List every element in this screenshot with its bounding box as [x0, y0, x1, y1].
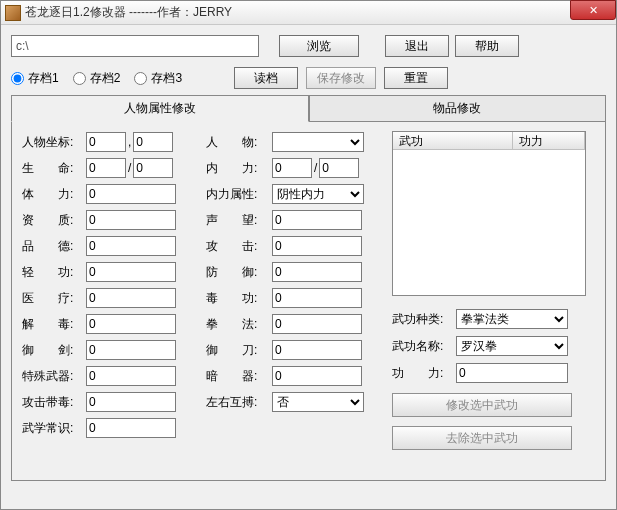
- nlattr-select[interactable]: 阴性内力: [272, 184, 364, 204]
- aptitude-input[interactable]: [86, 210, 176, 230]
- special-input[interactable]: [86, 366, 176, 386]
- save-mod-button[interactable]: 保存修改: [306, 67, 376, 89]
- neili-cur-input[interactable]: [272, 158, 312, 178]
- slot1-label: 存档1: [28, 70, 59, 87]
- special-label: 特殊武器:: [22, 368, 86, 385]
- fist-input[interactable]: [272, 314, 362, 334]
- neili-label: 内 力:: [206, 160, 272, 177]
- neili-max-input[interactable]: [319, 158, 359, 178]
- path-input[interactable]: [11, 35, 259, 57]
- poisonatk-label: 攻击带毒:: [22, 394, 86, 411]
- tab-panel-character: 人物坐标: , 生 命: / 体 力: 资 质:: [11, 121, 606, 481]
- neili-slash: /: [314, 161, 317, 175]
- repute-label: 声 望:: [206, 212, 272, 229]
- poison-input[interactable]: [272, 288, 362, 308]
- reset-button[interactable]: 重置: [384, 67, 448, 89]
- blade-label: 御 刀:: [206, 342, 272, 359]
- aptitude-label: 资 质:: [22, 212, 86, 229]
- coord-x-input[interactable]: [86, 132, 126, 152]
- lightfoot-label: 轻 功:: [22, 264, 86, 281]
- repute-input[interactable]: [272, 210, 362, 230]
- defense-label: 防 御:: [206, 264, 272, 281]
- detox-input[interactable]: [86, 314, 176, 334]
- window-title: 苍龙逐日1.2修改器 -------作者：JERRY: [25, 4, 232, 21]
- coord-sep: ,: [128, 135, 131, 149]
- poisonatk-input[interactable]: [86, 392, 176, 412]
- power-label: 功 力:: [392, 365, 456, 382]
- medical-label: 医 疗:: [22, 290, 86, 307]
- slot2-label: 存档2: [90, 70, 121, 87]
- coord-y-input[interactable]: [133, 132, 173, 152]
- blade-input[interactable]: [272, 340, 362, 360]
- left-column: 人物坐标: , 生 命: / 体 力: 资 质:: [22, 131, 200, 474]
- attack-label: 攻 击:: [206, 238, 272, 255]
- fist-label: 拳 法:: [206, 316, 272, 333]
- nlattr-label: 内力属性:: [206, 186, 272, 203]
- person-label: 人 物:: [206, 134, 272, 151]
- kind-label: 武功种类:: [392, 311, 456, 328]
- medical-input[interactable]: [86, 288, 176, 308]
- knowledge-label: 武学常识:: [22, 420, 86, 437]
- namesel-label: 武功名称:: [392, 338, 456, 355]
- tab-strip: 人物属性修改 物品修改: [11, 95, 606, 122]
- virtue-label: 品 德:: [22, 238, 86, 255]
- defense-input[interactable]: [272, 262, 362, 282]
- right-column: 武功 功力 武功种类: 拳掌法类 武功名称: 罗汉拳: [392, 131, 599, 474]
- window-body: 浏览 退出 帮助 存档1 存档2 存档3 读档 保存修改 重置 人物属: [1, 25, 616, 485]
- life-label: 生 命:: [22, 160, 86, 177]
- app-window: 苍龙逐日1.2修改器 -------作者：JERRY ✕ 浏览 退出 帮助 存档…: [0, 0, 617, 510]
- exit-button[interactable]: 退出: [385, 35, 449, 57]
- life-slash: /: [128, 161, 131, 175]
- stamina-label: 体 力:: [22, 186, 86, 203]
- skill-listview[interactable]: 武功 功力: [392, 131, 586, 296]
- poison-label: 毒 功:: [206, 290, 272, 307]
- life-max-input[interactable]: [133, 158, 173, 178]
- mid-column: 人 物: 内 力: / 内力属性: 阴性内力 声 望:: [206, 131, 386, 474]
- knowledge-input[interactable]: [86, 418, 176, 438]
- help-button[interactable]: 帮助: [455, 35, 519, 57]
- slot3-radio[interactable]: 存档3: [134, 70, 182, 87]
- coord-label: 人物坐标:: [22, 134, 86, 151]
- slot-row: 存档1 存档2 存档3 读档 保存修改 重置: [11, 67, 606, 89]
- virtue-input[interactable]: [86, 236, 176, 256]
- life-cur-input[interactable]: [86, 158, 126, 178]
- load-button[interactable]: 读档: [234, 67, 298, 89]
- attack-input[interactable]: [272, 236, 362, 256]
- person-select[interactable]: [272, 132, 364, 152]
- slot1-radio-input[interactable]: [11, 72, 24, 85]
- hidden-input[interactable]: [272, 366, 362, 386]
- listview-col1[interactable]: 武功: [393, 132, 513, 149]
- listview-header: 武功 功力: [393, 132, 585, 150]
- slot1-radio[interactable]: 存档1: [11, 70, 59, 87]
- sword-label: 御 剑:: [22, 342, 86, 359]
- detox-label: 解 毒:: [22, 316, 86, 333]
- stamina-input[interactable]: [86, 184, 176, 204]
- slot2-radio[interactable]: 存档2: [73, 70, 121, 87]
- app-icon: [5, 5, 21, 21]
- slot3-label: 存档3: [151, 70, 182, 87]
- browse-button[interactable]: 浏览: [279, 35, 359, 57]
- listview-col2[interactable]: 功力: [513, 132, 585, 149]
- name-select[interactable]: 罗汉拳: [456, 336, 568, 356]
- slot2-radio-input[interactable]: [73, 72, 86, 85]
- right-form: 武功种类: 拳掌法类 武功名称: 罗汉拳 功 力:: [392, 308, 599, 450]
- slot3-radio-input[interactable]: [134, 72, 147, 85]
- power-input[interactable]: [456, 363, 568, 383]
- ambi-select[interactable]: 否: [272, 392, 364, 412]
- remove-skill-button[interactable]: 去除选中武功: [392, 426, 572, 450]
- tab-character[interactable]: 人物属性修改: [11, 95, 309, 122]
- lightfoot-input[interactable]: [86, 262, 176, 282]
- modify-skill-button[interactable]: 修改选中武功: [392, 393, 572, 417]
- top-row: 浏览 退出 帮助: [11, 35, 606, 57]
- titlebar: 苍龙逐日1.2修改器 -------作者：JERRY ✕: [1, 1, 616, 25]
- tab-items[interactable]: 物品修改: [309, 95, 607, 122]
- sword-input[interactable]: [86, 340, 176, 360]
- hidden-label: 暗 器:: [206, 368, 272, 385]
- ambi-label: 左右互搏:: [206, 394, 272, 411]
- close-button[interactable]: ✕: [570, 0, 616, 20]
- kind-select[interactable]: 拳掌法类: [456, 309, 568, 329]
